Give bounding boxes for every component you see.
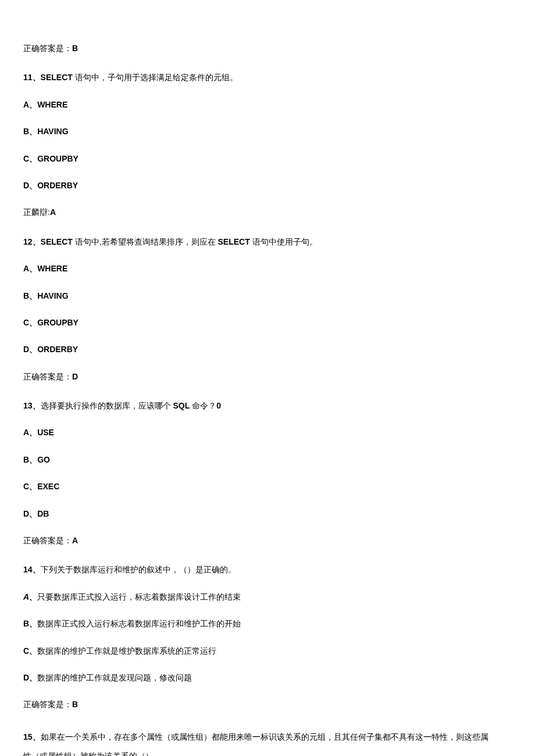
option-label: A、 — [23, 592, 37, 601]
option-label: D、 — [23, 509, 37, 518]
option-14-b: B、数据库正式投入运行标志着数据库运行和维护工作的开始 — [23, 617, 512, 630]
option-label: B、 — [23, 291, 37, 300]
answer-prefix: 正确答案是： — [23, 372, 72, 381]
answer-value: A — [50, 207, 56, 217]
question-text2: SQL — [173, 401, 190, 410]
option-12-b: B、HAVING — [23, 289, 512, 302]
question-prefix: SELECT — [41, 73, 73, 82]
answer-14: 正确答案是：B — [23, 698, 512, 711]
question-text-line2: 性（或属性组）被称为该关系的（）。 — [23, 751, 162, 756]
answer-prefix: 正确答案是： — [23, 536, 72, 545]
question-text-line1: 如果在一个关系中，存在多个属性（或属性组）都能用来唯一标识该关系的元组，且其任何… — [41, 732, 488, 741]
question-number: 11、 — [23, 73, 41, 82]
question-text3: 命令？ — [190, 401, 216, 410]
question-text4: 0 — [216, 401, 221, 410]
question-number: 14、 — [23, 565, 41, 574]
answer-11: 正麟辯:A — [23, 206, 512, 218]
option-label: C、 — [23, 318, 37, 327]
option-12-c: C、GROUPBY — [23, 316, 512, 329]
option-label: C、 — [23, 646, 37, 655]
option-value: ORDERBY — [37, 181, 78, 190]
question-rest: 语句中，子句用于选择满足给定条件的元组。 — [73, 73, 238, 82]
question-15: 15、如果在一个关系中，存在多个属性（或属性组）都能用来唯一标识该关系的元组，且… — [23, 728, 512, 756]
option-label: A、 — [23, 100, 37, 109]
option-value: 数据库的维护工作就是发现问题，修改问题 — [37, 673, 192, 682]
option-14-a: A、只要数据库正式投入运行，标志着数据库设计工作的结束 — [23, 590, 512, 603]
option-11-d: D、ORDERBY — [23, 179, 512, 192]
option-11-b: B、HAVING — [23, 125, 512, 138]
option-12-d: D、ORDERBY — [23, 343, 512, 356]
option-value: WHERE — [37, 264, 67, 273]
answer-prefix: 正麟辯: — [23, 207, 50, 217]
answer-12: 正确答案是：D — [23, 370, 512, 383]
question-11: 11、SELECT 语句中，子句用于选择满足给定条件的元组。 — [23, 71, 512, 84]
question-text1: 选择要执行操作的数据库，应该哪个 — [41, 401, 173, 410]
question-12: 12、SELECT 语句中,若希望将查询结果排序，则应在 SELECT 语句中使… — [23, 235, 512, 248]
option-label: B、 — [23, 619, 37, 628]
answer-13: 正确答案是：A — [23, 534, 512, 547]
option-13-d: D、DB — [23, 507, 512, 520]
option-value: 数据库正式投入运行标志着数据库运行和维护工作的开始 — [37, 619, 241, 628]
question-number: 12、 — [23, 237, 41, 246]
option-value: GO — [37, 455, 50, 464]
question-prefix: SELECT — [41, 237, 73, 246]
question-text: 下列关于数据库运行和维护的叙述中，（）是正确的。 — [41, 565, 236, 574]
option-label: C、 — [23, 482, 37, 491]
answer-prefix: 正确答案是： — [23, 700, 72, 709]
question-number: 13、 — [23, 401, 41, 410]
option-value: 数据库的维护工作就是维护数据库系统的正常运行 — [37, 646, 216, 655]
question-13: 13、选择要执行操作的数据库，应该哪个 SQL 命令？0 — [23, 399, 512, 412]
answer-prefix: 正确答案是： — [23, 44, 72, 53]
answer-value: B — [72, 700, 78, 709]
option-value: DB — [37, 509, 49, 518]
question-14: 14、下列关于数据库运行和维护的叙述中，（）是正确的。 — [23, 563, 512, 576]
option-value: USE — [37, 428, 54, 437]
question-number: 15、 — [23, 732, 41, 741]
option-value: 只要数据库正式投入运行，标志着数据库设计工作的结束 — [37, 592, 241, 601]
option-13-c: C、EXEC — [23, 480, 512, 493]
option-12-a: A、WHERE — [23, 262, 512, 275]
answer-0: 正确答案是：B — [23, 42, 512, 55]
answer-value: A — [72, 536, 78, 545]
option-11-c: C、GROUPBY — [23, 152, 512, 165]
option-label: D、 — [23, 345, 37, 354]
option-label: B、 — [23, 455, 37, 464]
option-11-a: A、WHERE — [23, 98, 512, 111]
option-value: GROUPBY — [37, 318, 79, 327]
option-13-b: B、GO — [23, 453, 512, 466]
option-14-c: C、数据库的维护工作就是维护数据库系统的正常运行 — [23, 644, 512, 657]
question-mid1: 语句中,若希望将查询结果排序，则应在 — [73, 237, 218, 246]
option-value: GROUPBY — [37, 154, 79, 163]
answer-value: B — [72, 44, 78, 53]
option-value: HAVING — [37, 291, 68, 300]
option-value: HAVING — [37, 127, 68, 136]
option-label: D、 — [23, 673, 37, 682]
question-rest: 语句中使用子句。 — [250, 237, 318, 246]
question-mid2: SELECT — [217, 237, 249, 246]
answer-value: D — [72, 372, 78, 381]
option-label: C、 — [23, 154, 37, 163]
option-label: A、 — [23, 428, 37, 437]
option-label: A、 — [23, 264, 37, 273]
option-14-d: D、数据库的维护工作就是发现问题，修改问题 — [23, 671, 512, 684]
option-value: EXEC — [37, 482, 59, 491]
option-label: D、 — [23, 181, 37, 190]
option-value: ORDERBY — [37, 345, 78, 354]
option-label: B、 — [23, 127, 37, 136]
option-13-a: A、USE — [23, 426, 512, 439]
option-value: WHERE — [37, 100, 67, 109]
